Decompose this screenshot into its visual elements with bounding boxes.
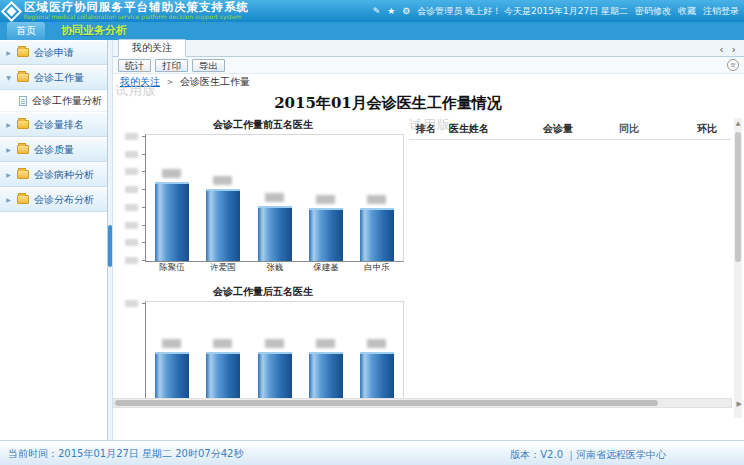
sidebar-item-consult-apply[interactable]: ▶ 会诊申请: [0, 40, 107, 65]
sidebar-item-consult-workload[interactable]: ▼ 会诊工作量: [0, 65, 107, 90]
folder-icon: [17, 170, 29, 179]
nav-tab-home[interactable]: 首页: [7, 22, 45, 40]
breadcrumb-link[interactable]: 我的关注: [120, 75, 160, 89]
sidebar-subitem-label: 会诊工作量分析: [32, 94, 102, 108]
version-text: 版本：V2.0 ｜河南省远程医学中心: [510, 448, 666, 462]
chart-title: 会诊工作量前五名医生: [119, 118, 407, 134]
status-bar: 当前时间：2015年01月27日 星期二 20时07分42秒 版本：V2.0 ｜…: [0, 440, 744, 465]
header-volume: 会诊量: [519, 122, 597, 136]
report-canvas: 试用版 试用版 2015年01月会诊医生工作量情况 会诊工作量前五名医生 陈聚伍…: [113, 90, 744, 440]
sidebar-item-disease-analysis[interactable]: ▶ 会诊病种分析: [0, 162, 107, 187]
folder-open-icon: [17, 73, 29, 82]
y-axis-label-blurred: [125, 186, 138, 193]
y-axis-label-blurred: [125, 151, 138, 158]
sidebar-item-consult-ranking[interactable]: ▶ 会诊量排名: [0, 112, 107, 137]
chart-title: 会诊工作量后五名医生: [119, 285, 407, 301]
chevron-right-icon: ▶: [5, 146, 12, 153]
toolbar: 统计 打印 导出 ≡: [113, 57, 744, 74]
edit-icon[interactable]: ✎: [373, 6, 381, 16]
chart-bottom-five-doctors: 会诊工作量后五名医生: [119, 285, 407, 398]
gear-icon[interactable]: ⚙: [402, 6, 410, 16]
y-axis-label-blurred: [125, 204, 138, 211]
bar-value-label-blurred: [367, 195, 386, 204]
folder-icon: [17, 48, 29, 57]
star-icon[interactable]: ★: [387, 6, 395, 16]
tab-scroll-right-icon[interactable]: ›: [732, 43, 736, 56]
export-button[interactable]: 导出: [192, 59, 225, 72]
x-axis-label: 张巍: [249, 262, 301, 274]
change-password-link[interactable]: 密码修改: [635, 5, 671, 18]
nav-tab-business-analysis[interactable]: 协同业务分析: [57, 21, 131, 40]
header-mom: 环比: [661, 122, 717, 136]
app-window: 区域医疗协同服务平台辅助决策支持系统 Regional medical coll…: [0, 0, 744, 465]
chevron-right-icon: ▶: [5, 49, 12, 56]
vertical-scrollbar-thumb[interactable]: [735, 132, 741, 262]
doctor-workload-table: 排名 医生姓名 会诊量 同比 环比: [409, 118, 731, 140]
y-axis-tick: [142, 303, 146, 304]
print-button[interactable]: 打印: [155, 59, 188, 72]
bar-item-5: [360, 352, 394, 398]
bar-value-label-blurred: [367, 339, 386, 348]
content-tab-bar: 我的关注 ‹ ›: [113, 40, 744, 57]
y-axis-tick: [142, 260, 146, 261]
bar-白中乐: [360, 208, 394, 261]
x-axis-label: 保建基: [300, 262, 352, 274]
bar-value-label-blurred: [162, 339, 181, 348]
tab-scroll-left-icon[interactable]: ‹: [719, 43, 723, 56]
app-logo-icon: [1, 0, 22, 21]
bar-item-2: [206, 352, 240, 398]
bar-张巍: [258, 206, 292, 261]
chevron-down-icon: ▼: [5, 74, 12, 81]
scroll-right-icon[interactable]: ▶: [737, 400, 742, 408]
sidebar-item-consult-quality[interactable]: ▶ 会诊质量: [0, 137, 107, 162]
favorite-link[interactable]: 收藏: [678, 5, 696, 18]
y-axis-label-blurred: [125, 239, 138, 246]
app-subtitle: Regional medical collaboration service p…: [24, 14, 242, 20]
horizontal-scrollbar[interactable]: ▶: [113, 398, 732, 408]
y-axis-tick: [142, 154, 146, 155]
bar-value-label-blurred: [213, 339, 232, 348]
splitter-collapse-handle[interactable]: [108, 225, 112, 267]
y-axis-tick: [142, 207, 146, 208]
main-nav: 首页 协同业务分析: [0, 22, 744, 40]
folder-icon: [17, 195, 29, 204]
sidebar-subitem-workload-analysis[interactable]: 会诊工作量分析: [0, 90, 107, 112]
bar-陈聚伍: [155, 182, 189, 261]
y-axis-label-blurred: [125, 300, 138, 307]
chart-plot-area: [145, 301, 404, 398]
chart-plot-area: 陈聚伍许爱国张巍保建基白中乐: [145, 134, 404, 262]
y-axis-label-blurred: [125, 168, 138, 175]
table-header-row: 排名 医生姓名 会诊量 同比 环比: [409, 118, 731, 140]
header-doctor-name: 医生姓名: [443, 122, 519, 136]
scroll-up-icon[interactable]: ▲: [734, 118, 742, 128]
header-rank: 排名: [409, 122, 443, 136]
sidebar-item-label: 会诊申请: [34, 46, 74, 60]
sidebar-item-label: 会诊工作量: [34, 71, 84, 85]
y-axis-tick: [142, 136, 146, 137]
logout-link[interactable]: 注销登录: [703, 5, 739, 18]
horizontal-scrollbar-thumb[interactable]: [115, 400, 658, 406]
panel-menu-icon[interactable]: ≡: [727, 59, 739, 71]
statistics-button[interactable]: 统计: [118, 59, 151, 72]
bar-value-label-blurred: [265, 193, 284, 202]
bar-item-3: [258, 352, 292, 398]
y-axis-tick: [142, 189, 146, 190]
x-axis-label: 白中乐: [351, 262, 403, 274]
y-axis-label-blurred: [125, 133, 138, 140]
page-title: 2015年01月会诊医生工作量情况: [133, 94, 643, 113]
sidebar-item-distribution-analysis[interactable]: ▶ 会诊分布分析: [0, 187, 107, 212]
x-axis-label: 许爱国: [197, 262, 249, 274]
chevron-right-icon: ▶: [5, 121, 12, 128]
y-axis-tick: [142, 171, 146, 172]
document-icon: [19, 96, 27, 106]
bar-value-label-blurred: [265, 339, 284, 348]
x-axis-label: 陈聚伍: [146, 262, 198, 274]
folder-icon: [17, 120, 29, 129]
y-axis-tick: [142, 225, 146, 226]
header-yoy: 同比: [597, 122, 661, 136]
tab-my-focus[interactable]: 我的关注: [118, 39, 186, 57]
bar-value-label-blurred: [213, 176, 232, 185]
vertical-scrollbar[interactable]: ▲: [734, 118, 742, 418]
bar-value-label-blurred: [162, 169, 181, 178]
breadcrumb-current: 会诊医生工作量: [180, 75, 250, 89]
